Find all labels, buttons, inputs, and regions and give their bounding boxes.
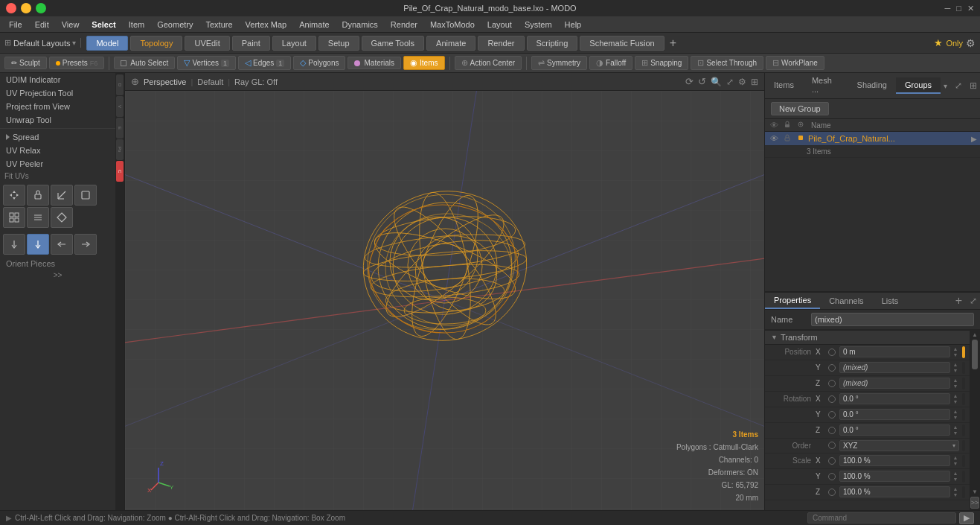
rot-z-circle[interactable] bbox=[828, 427, 836, 434]
tool-btn-box[interactable] bbox=[74, 185, 97, 206]
scale-z-input[interactable] bbox=[839, 486, 950, 497]
panel-expand-icon[interactable]: ⤢ bbox=[950, 80, 967, 91]
vp-refresh-icon[interactable]: ↺ bbox=[698, 76, 706, 87]
sidebar-item-spread[interactable]: Spread bbox=[0, 130, 115, 144]
add-props-btn[interactable]: + bbox=[951, 294, 967, 308]
tool-btn-diamond[interactable] bbox=[51, 207, 73, 228]
viewport-canvas[interactable]: 3 Items Polygons : Catmull-Clark Channel… bbox=[125, 91, 764, 510]
items-btn[interactable]: ◉ Items bbox=[403, 56, 444, 70]
scale-x-down[interactable]: ▼ bbox=[952, 461, 959, 467]
tab-items[interactable]: Items bbox=[765, 77, 803, 94]
tab-shading[interactable]: Shading bbox=[848, 77, 896, 94]
sidebar-item-uvpeeler[interactable]: UV Peeler bbox=[0, 157, 115, 171]
pos-y-up[interactable]: ▲ bbox=[952, 362, 959, 368]
tool-btn-left[interactable] bbox=[51, 234, 73, 255]
rot-z-input[interactable] bbox=[839, 424, 950, 436]
pos-z-down[interactable]: ▼ bbox=[952, 384, 959, 389]
minimize-btn[interactable] bbox=[21, 3, 31, 13]
pos-x-down[interactable]: ▼ bbox=[952, 352, 959, 358]
presets-btn[interactable]: Presets F6 bbox=[49, 57, 104, 69]
scroll-up-btn[interactable]: ▲ bbox=[972, 331, 978, 338]
auto-select-btn[interactable]: Auto Select bbox=[114, 57, 175, 69]
pos-y-down[interactable]: ▼ bbox=[952, 368, 959, 374]
vp-fullscreen-icon[interactable]: ⊞ bbox=[751, 77, 758, 87]
tool-btn-lines[interactable] bbox=[27, 207, 49, 228]
tab-schematic[interactable]: Schematic Fusion bbox=[580, 36, 664, 51]
tool-btn-down2[interactable] bbox=[27, 234, 49, 255]
vtab-e[interactable]: E bbox=[116, 118, 124, 139]
menu-dynamics[interactable]: Dynamics bbox=[336, 19, 384, 31]
panel-popout-icon[interactable]: ⊞ bbox=[967, 80, 980, 91]
rot-x-circle[interactable] bbox=[828, 395, 836, 403]
sculpt-btn[interactable]: ✏ Sculpt bbox=[4, 57, 47, 69]
menu-help[interactable]: Help bbox=[559, 19, 588, 31]
tab-layout[interactable]: Layout bbox=[272, 36, 316, 51]
rot-x-down[interactable]: ▼ bbox=[952, 399, 959, 405]
close-icon[interactable]: ✕ bbox=[967, 4, 974, 13]
rot-x-input[interactable] bbox=[839, 393, 950, 404]
viewport[interactable]: ⊕ Perspective | Default | Ray GL: Off ⟳ … bbox=[125, 73, 764, 510]
tab-render[interactable]: Render bbox=[478, 36, 524, 51]
tab-model[interactable]: Model bbox=[86, 36, 128, 51]
group-row-1[interactable]: 👁 Pile_Of_Crap_Natural... ▶ bbox=[765, 132, 980, 146]
tab-setup[interactable]: Setup bbox=[318, 36, 359, 51]
sidebar-item-unwrap[interactable]: Unwrap Tool bbox=[0, 113, 115, 127]
tool-btn-axis[interactable] bbox=[51, 185, 73, 206]
menu-system[interactable]: System bbox=[519, 19, 558, 31]
vtab-pol[interactable]: Po bbox=[116, 139, 124, 160]
vp-rotate-icon[interactable]: ⟳ bbox=[685, 76, 694, 87]
scale-y-down[interactable]: ▼ bbox=[952, 477, 959, 483]
pos-y-circle[interactable] bbox=[828, 364, 836, 372]
rot-y-circle[interactable] bbox=[828, 411, 836, 419]
tab-topology[interactable]: Topology bbox=[130, 36, 182, 51]
sidebar-item-udim[interactable]: UDIM Indicator bbox=[0, 73, 115, 86]
scale-x-up[interactable]: ▲ bbox=[952, 455, 959, 461]
tab-arrow[interactable]: ▾ bbox=[941, 82, 950, 90]
vp-expand-icon[interactable]: ⤢ bbox=[726, 77, 734, 87]
sidebar-more-btn[interactable]: >> bbox=[0, 270, 115, 281]
tool-btn-move[interactable] bbox=[3, 185, 25, 206]
pos-x-input[interactable] bbox=[839, 346, 950, 357]
transform-header[interactable]: ▼ Transform bbox=[765, 330, 970, 345]
tool-btn-grid[interactable] bbox=[3, 207, 25, 228]
sidebar-item-uvprojection[interactable]: UV Projection Tool bbox=[0, 86, 115, 100]
layouts-dropdown-icon[interactable]: ▾ bbox=[72, 39, 76, 47]
falloff-btn[interactable]: ◑ Falloff bbox=[589, 56, 632, 70]
scale-z-up[interactable]: ▲ bbox=[952, 486, 959, 492]
menu-view[interactable]: View bbox=[56, 19, 86, 31]
rot-y-down[interactable]: ▼ bbox=[952, 415, 959, 421]
props-expand-icon[interactable]: ⤢ bbox=[967, 296, 980, 306]
rot-x-up[interactable]: ▲ bbox=[952, 393, 959, 399]
pos-z-up[interactable]: ▲ bbox=[952, 378, 959, 384]
tab-game-tools[interactable]: Game Tools bbox=[362, 36, 425, 51]
sidebar-item-projectview[interactable]: Project from View bbox=[0, 100, 115, 113]
expand-props-btn[interactable]: >> bbox=[970, 497, 979, 509]
sidebar-item-uvrelax[interactable]: UV Relax bbox=[0, 144, 115, 157]
vp-settings-icon[interactable]: ⚙ bbox=[738, 77, 746, 87]
minimize-icon[interactable]: ─ bbox=[945, 4, 951, 13]
tab-channels[interactable]: Channels bbox=[820, 293, 872, 308]
scale-z-circle[interactable] bbox=[828, 489, 836, 496]
vtab-c[interactable]: C bbox=[116, 161, 124, 182]
menu-animate[interactable]: Animate bbox=[293, 19, 335, 31]
menu-item[interactable]: Item bbox=[123, 19, 150, 31]
symmetry-btn[interactable]: ⇌ Symmetry bbox=[531, 56, 587, 70]
menu-layout[interactable]: Layout bbox=[481, 19, 518, 31]
name-input[interactable] bbox=[811, 313, 974, 326]
maximize-btn[interactable] bbox=[36, 3, 46, 13]
command-run-btn[interactable]: ▶ bbox=[959, 512, 974, 524]
order-dropdown[interactable]: XYZ ▾ bbox=[839, 440, 959, 451]
menu-vertexmap[interactable]: Vertex Map bbox=[240, 19, 293, 31]
rot-z-up[interactable]: ▲ bbox=[952, 424, 959, 430]
new-group-btn[interactable]: New Group bbox=[771, 102, 829, 115]
tool-btn-cup[interactable] bbox=[27, 185, 49, 206]
vertices-btn[interactable]: ▽ Vertices 1 bbox=[177, 56, 236, 70]
tool-btn-right[interactable] bbox=[74, 234, 97, 255]
menu-edit[interactable]: Edit bbox=[29, 19, 55, 31]
scale-y-circle[interactable] bbox=[828, 473, 836, 480]
rot-z-down[interactable]: ▼ bbox=[952, 430, 959, 436]
tab-animate[interactable]: Animate bbox=[426, 36, 475, 51]
vtab-v[interactable]: V bbox=[116, 96, 124, 117]
menu-file[interactable]: File bbox=[3, 19, 28, 31]
tab-properties[interactable]: Properties bbox=[765, 293, 820, 309]
